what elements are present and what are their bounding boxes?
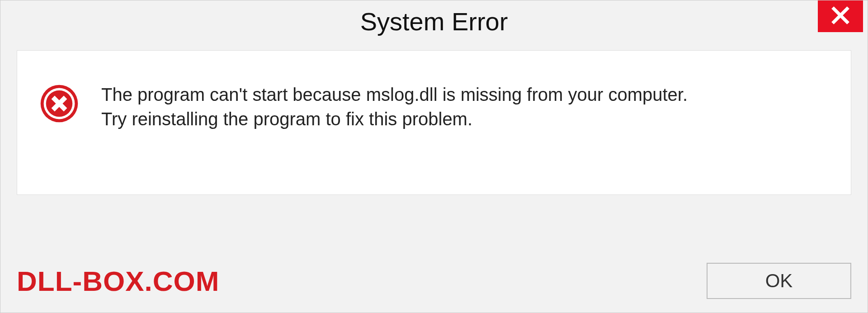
dialog-title: System Error (360, 7, 508, 36)
error-icon (40, 84, 79, 123)
watermark-text: DLL-BOX.COM (17, 265, 219, 297)
dialog-footer: DLL-BOX.COM OK (17, 263, 851, 299)
close-icon (830, 5, 850, 27)
error-message: The program can't start because mslog.dl… (101, 82, 688, 131)
error-dialog: System Error The program can't start bec… (0, 0, 868, 313)
titlebar: System Error (0, 0, 868, 50)
error-message-line1: The program can't start because mslog.dl… (101, 82, 688, 107)
close-button[interactable] (818, 0, 863, 32)
ok-button[interactable]: OK (707, 263, 851, 299)
error-message-line2: Try reinstalling the program to fix this… (101, 107, 688, 131)
message-panel: The program can't start because mslog.dl… (17, 50, 851, 195)
